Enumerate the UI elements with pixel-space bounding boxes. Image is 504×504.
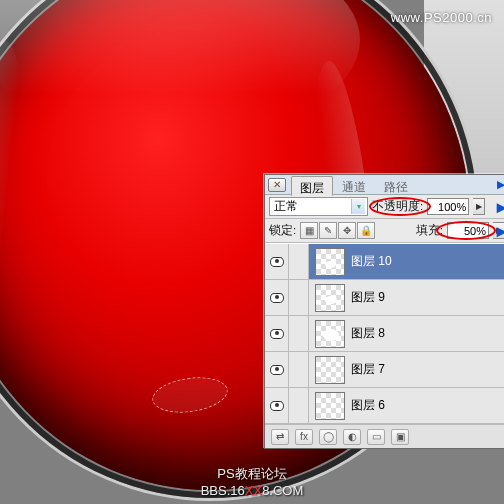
lock-all-button[interactable]: 🔒	[357, 222, 375, 239]
eye-icon	[270, 257, 284, 267]
layer-name-label[interactable]: 图层 8	[351, 325, 385, 342]
panel-titlebar[interactable]: ✕ 图层 通道 路径	[265, 175, 504, 195]
layer-thumbnail[interactable]	[315, 320, 345, 348]
fill-input[interactable]: 50%	[447, 222, 489, 239]
blend-opacity-row: 正常 ▾ 不透明度: 100%▶	[265, 195, 504, 219]
lock-buttons: ▦ ✎ ✥ 🔒	[300, 222, 375, 239]
group-button[interactable]: ▭	[367, 429, 385, 445]
lock-transparency-button[interactable]: ▦	[300, 222, 318, 239]
layer-thumbnail[interactable]	[315, 356, 345, 384]
lock-pixels-button[interactable]: ✎	[319, 222, 337, 239]
thumb-content	[323, 329, 339, 341]
visibility-toggle[interactable]	[265, 244, 289, 279]
adjustment-layer-button[interactable]: ◐	[343, 429, 361, 445]
eye-icon	[270, 365, 284, 375]
blend-mode-value: 正常	[274, 198, 298, 215]
opacity-label: 不透明度:	[372, 199, 423, 214]
eye-icon	[270, 293, 284, 303]
layer-row[interactable]: 图层 7	[265, 352, 504, 388]
tab-channels[interactable]: 通道	[333, 175, 375, 195]
panel-footer: ⇄ fx ◯ ◐ ▭ ▣	[265, 424, 504, 448]
visibility-toggle[interactable]	[265, 352, 289, 387]
gloss-highlight-top	[0, 0, 360, 130]
flyout-arrow-icon: ▸	[497, 220, 504, 242]
eye-icon	[270, 401, 284, 411]
link-column[interactable]	[289, 388, 309, 423]
tab-paths[interactable]: 路径	[375, 175, 417, 195]
eye-icon	[270, 329, 284, 339]
layer-name-label[interactable]: 图层 6	[351, 397, 385, 414]
new-layer-button[interactable]: ▣	[391, 429, 409, 445]
link-layers-button[interactable]: ⇄	[271, 429, 289, 445]
blend-mode-select[interactable]: 正常 ▾	[269, 197, 368, 216]
flyout-arrow-icon: ▸	[497, 196, 504, 218]
layer-name-label[interactable]: 图层 7	[351, 361, 385, 378]
layers-panel: ✕ 图层 通道 路径 正常 ▾ 不透明度: 100%▶ 锁定: ▦ ✎ ✥ 🔒 …	[264, 174, 504, 449]
opacity-flyout[interactable]: ▶	[473, 198, 485, 215]
watermark-top: www.PS2000.cn	[391, 10, 492, 25]
layer-row[interactable]: 图层 6	[265, 388, 504, 424]
layer-row[interactable]: 图层 8	[265, 316, 504, 352]
panel-tabs: 图层 通道 路径	[291, 175, 417, 195]
layer-thumbnail[interactable]	[315, 392, 345, 420]
layer-style-button[interactable]: fx	[295, 429, 313, 445]
lock-fill-row: 锁定: ▦ ✎ ✥ 🔒 填充: 50%▶	[265, 219, 504, 243]
opacity-input[interactable]: 100%	[427, 198, 469, 215]
watermark-red: XX	[245, 483, 262, 498]
link-column[interactable]	[289, 244, 309, 279]
fill-label: 填充:	[416, 223, 443, 238]
dropdown-icon[interactable]: ▾	[351, 199, 365, 214]
visibility-toggle[interactable]	[265, 280, 289, 315]
thumb-content	[325, 261, 336, 268]
tab-layers[interactable]: 图层	[291, 176, 333, 196]
link-column[interactable]	[289, 316, 309, 351]
layer-thumbnail[interactable]	[315, 248, 345, 276]
panel-collapse-button[interactable]: ✕	[268, 178, 286, 192]
visibility-toggle[interactable]	[265, 316, 289, 351]
layer-name-label[interactable]: 图层 10	[351, 253, 392, 270]
layer-row[interactable]: 图层 9	[265, 280, 504, 316]
watermark-prefix: BBS.16	[201, 483, 245, 498]
lock-label: 锁定:	[269, 223, 296, 238]
layer-thumbnail[interactable]	[315, 284, 345, 312]
link-column[interactable]	[289, 352, 309, 387]
thumb-content	[325, 296, 337, 304]
watermark-line1: PS教程论坛	[217, 466, 286, 481]
add-mask-button[interactable]: ◯	[319, 429, 337, 445]
watermark-bottom: PS教程论坛 BBS.16XX8.COM	[0, 466, 504, 504]
layer-name-label[interactable]: 图层 9	[351, 289, 385, 306]
panel-menu-arrow-icon[interactable]: ▶	[497, 178, 504, 191]
lock-position-button[interactable]: ✥	[338, 222, 356, 239]
watermark-suffix: 8.COM	[262, 483, 303, 498]
layer-row[interactable]: 图层 10	[265, 244, 504, 280]
layer-list[interactable]: 图层 10图层 9图层 8图层 7图层 6	[265, 243, 504, 424]
visibility-toggle[interactable]	[265, 388, 289, 423]
link-column[interactable]	[289, 280, 309, 315]
